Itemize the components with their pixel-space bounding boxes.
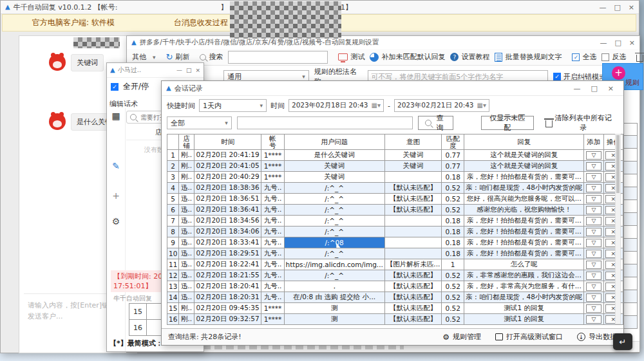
question-circle-icon: ? <box>450 53 459 61</box>
checkbox-icon: ✓ <box>553 73 561 80</box>
show-unmatched-button[interactable]: 仅显示未匹配 <box>481 116 534 130</box>
expand-reply-button[interactable]: ▽ <box>586 250 601 258</box>
session-search-input[interactable] <box>237 116 413 129</box>
expand-reply-button[interactable]: ▽ <box>586 315 601 324</box>
reply-cell: 感谢您的光临，祝您购物愉快！ <box>464 205 584 216</box>
maximize-icon[interactable]: □ <box>186 68 192 73</box>
message-cell[interactable]: /:^_^ <box>284 216 384 227</box>
table-row: 9迅..02月20日 18:33:41九号../:^080.18亲，您好！拍拍都… <box>167 237 623 248</box>
close-icon[interactable]: × <box>629 39 635 46</box>
expand-reply-button[interactable]: ▽ <box>586 293 601 302</box>
time-cell: 02月20日 18:20:41 <box>194 281 261 292</box>
message-cell[interactable]: /:^_^ <box>284 248 384 259</box>
message-cell[interactable]: /:^_^ <box>284 205 384 216</box>
expand-reply-button[interactable]: ▽ <box>586 151 601 160</box>
score-cell: 0.18 <box>442 237 464 248</box>
shop-cell: 迅.. <box>179 227 194 237</box>
minimize-icon[interactable]: — <box>176 68 182 73</box>
censored-mosaic <box>73 37 120 48</box>
expand-reply-button[interactable]: ▽ <box>586 272 601 280</box>
trash-icon <box>545 120 553 127</box>
expand-reply-button[interactable]: ▽ <box>586 162 601 171</box>
date-from-picker[interactable]: 2023年02月18日 20:43 ▦▾ <box>289 99 384 112</box>
expand-reply-button-cell: ▽ <box>584 237 603 248</box>
delete-selected-button[interactable]: 删除选中 <box>636 52 644 62</box>
close-icon[interactable]: × <box>608 85 614 92</box>
close-icon[interactable]: × <box>195 68 200 73</box>
enter-key-icon[interactable]: ↵ <box>613 333 632 350</box>
expand-reply-button[interactable]: ▽ <box>586 173 601 181</box>
chevron-down-icon: ▾ <box>260 102 263 109</box>
chat-message: 关键词 <box>49 54 104 71</box>
batch-replace-button[interactable]: 批量替换规则文字 <box>495 52 562 62</box>
message-cell[interactable]: 是什么关键词 <box>284 150 384 161</box>
expand-reply-button[interactable]: ▽ <box>586 282 601 291</box>
maximize-icon[interactable]: □ <box>614 39 621 46</box>
column-header: 帐 号 <box>261 134 284 150</box>
gear-icon[interactable]: ⚙ <box>107 216 125 227</box>
rule-manage-button[interactable]: ⚙ 规则管理 <box>442 332 481 342</box>
clear-records-button[interactable]: 清除列表中所有记录 <box>539 116 618 130</box>
message-cell[interactable]: 测 <box>284 314 384 325</box>
expand-reply-button[interactable]: ▽ <box>586 228 601 236</box>
minimize-icon[interactable]: — <box>573 85 580 92</box>
pencil-icon[interactable]: ✎ <box>107 161 125 171</box>
rules-search-input[interactable] <box>228 51 328 64</box>
date-to-picker[interactable]: 2023年02月21日 20:43 ▦▾ <box>394 99 489 112</box>
invert-select-checkbox[interactable]: 反选 <box>601 52 626 62</box>
query-result-text: 查询结果: 共28条记录! <box>168 332 242 342</box>
shop-cell: 迅.. <box>179 216 194 227</box>
expand-reply-button[interactable]: ▽ <box>586 304 601 313</box>
expand-reply-button[interactable]: ▽ <box>586 195 601 203</box>
advanced-test-button[interactable]: 打开高级测试窗口 <box>495 332 563 342</box>
message-cell[interactable]: 测 <box>284 303 384 314</box>
table-row: 10迅..02月20日 18:29:51九号../:^_^0.18亲，您好！拍拍… <box>167 248 623 259</box>
row-number: 3 <box>167 172 179 183</box>
export-data-button[interactable]: ↓ 导出数据 <box>577 332 617 342</box>
query-button[interactable]: 查询 <box>418 116 453 130</box>
refresh-button[interactable]: ↻ 刷新 <box>166 52 190 62</box>
close-icon[interactable]: × <box>629 4 634 11</box>
search-label: 搜索 <box>209 52 223 62</box>
pony-window-titlebar[interactable]: ▲ 小马过.. — □ × <box>107 63 204 78</box>
brand-text: 牛千自动回复 <box>113 294 152 303</box>
account-cell: 九号.. <box>261 292 284 303</box>
tutorial-button[interactable]: ? 设置教程 <box>450 52 489 62</box>
message-cell[interactable]: /:^_^ <box>284 227 384 237</box>
toggle-all-checkbox[interactable]: ✓ 全开/停 <box>111 81 149 92</box>
message-cell[interactable]: /:^_^ <box>284 270 384 281</box>
expand-reply-button[interactable]: ▽ <box>586 261 601 269</box>
plus-icon[interactable]: + <box>107 190 125 201</box>
other-menu-button[interactable]: 其他 ▾ <box>132 52 156 62</box>
message-cell[interactable]: /:^08 <box>284 237 384 248</box>
message-cell[interactable]: 关键词 <box>284 161 384 172</box>
message-cell[interactable]: ， <box>284 281 384 292</box>
row-number: 15 <box>167 303 179 314</box>
time-cell: 02月20日 18:20:31 <box>194 292 261 303</box>
expand-reply-button[interactable]: ▽ <box>586 206 601 214</box>
message-cell[interactable]: /:^_^ <box>284 194 384 205</box>
session-window-titlebar[interactable]: ▲ 会话记录 — □ × <box>162 81 623 96</box>
maximize-icon[interactable]: □ <box>591 85 597 92</box>
expand-reply-button[interactable]: ▽ <box>586 239 601 247</box>
message-cell[interactable]: 在/0:8 由 选购 提交给 小... <box>284 292 384 303</box>
expand-reply-button-cell: ▽ <box>584 172 603 183</box>
row-number: 2 <box>167 161 179 172</box>
quick-time-select[interactable]: 1天内 ▾ <box>199 99 267 112</box>
table-row: 7迅..02月20日 18:34:56九号../:^_^0.18亲，您好！拍拍都… <box>167 216 623 227</box>
expand-reply-button[interactable]: ▽ <box>586 184 601 192</box>
minimize-icon[interactable]: — <box>600 39 607 46</box>
rules-window-titlebar[interactable]: ▲ 拼多多/千牛/快手小店/抖音/微信/微店/京东/有赞/微店/视频号-自动回复… <box>127 36 639 49</box>
fill-default-reply-button[interactable]: 补加未匹配默认回复 <box>370 52 445 62</box>
message-cell[interactable]: /:^_^ <box>284 183 384 194</box>
select-all-checkbox[interactable]: ✓ 全选 <box>572 52 596 62</box>
maximize-icon[interactable]: □ <box>614 4 620 11</box>
message-cell[interactable]: 关键词 <box>284 172 384 183</box>
grid-icon[interactable]: ▦ <box>107 111 125 121</box>
scope-select[interactable]: 全部 ▾ <box>167 116 232 129</box>
expand-reply-button[interactable]: ▽ <box>586 217 601 225</box>
message-cell[interactable]: https://img.alicdn.com/img... <box>284 259 384 270</box>
minimize-icon[interactable]: — <box>599 4 606 11</box>
table-scrollbar[interactable] <box>615 134 621 324</box>
test-button[interactable]: 测试 <box>338 52 365 62</box>
